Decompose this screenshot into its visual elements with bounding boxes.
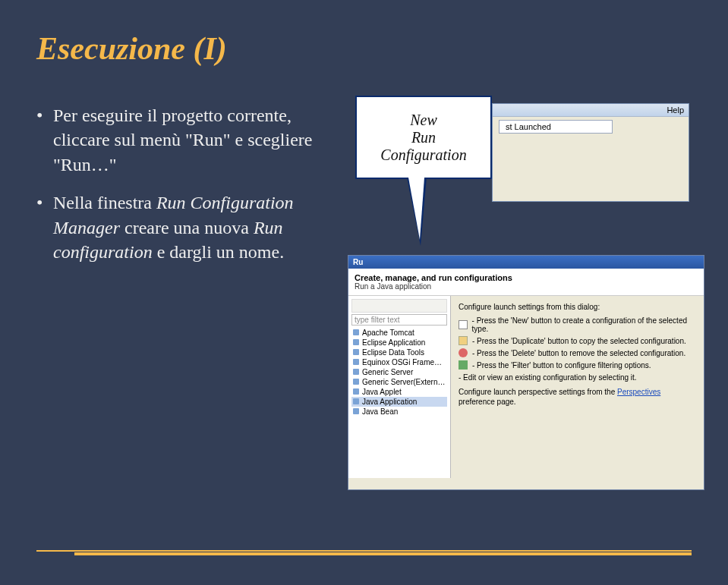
tree-item-eclipse-app[interactable]: Eclipse Application	[351, 338, 447, 348]
dialog-body: type filter text Apache Tomcat Eclipse A…	[348, 296, 704, 478]
bullet-2-pre: Nella finestra	[53, 193, 156, 212]
pane-text-delete: - Press the 'Delete' button to remove th…	[472, 349, 685, 357]
pane-persp-post: preference page.	[459, 398, 516, 406]
pane-line-delete: - Press the 'Delete' button to remove th…	[459, 348, 696, 357]
bullet-1-text: Per eseguire il progetto corrente, clicc…	[53, 105, 312, 175]
tree-toolbar[interactable]	[351, 299, 447, 313]
duplicate-icon	[459, 336, 468, 345]
content-row: Per eseguire il progetto corrente, clicc…	[36, 103, 692, 278]
tree-list: Apache Tomcat Eclipse Application Eclips…	[351, 328, 447, 417]
config-tree: type filter text Apache Tomcat Eclipse A…	[348, 296, 451, 478]
pane-persp-pre: Configure launch perspective settings fr…	[459, 388, 617, 396]
bullet-1: Per eseguire il progetto corrente, clicc…	[36, 103, 325, 177]
callout-box: New Run Configuration	[355, 96, 492, 179]
bullet-list: Per eseguire il progetto corrente, clicc…	[36, 103, 325, 264]
menubar: Help	[493, 104, 689, 117]
screenshots-column: New Run Configuration Help st Launched R…	[340, 103, 692, 278]
screenshot-menu: Help st Launched	[492, 103, 689, 202]
dialog-subheading: Run a Java application	[355, 282, 698, 291]
bottom-accent-bar	[36, 550, 692, 555]
callout-line-1: New	[410, 112, 437, 129]
perspectives-link[interactable]: Perspectives	[617, 388, 660, 396]
tree-item-data-tools[interactable]: Eclipse Data Tools	[351, 348, 447, 357]
tree-item-equinox[interactable]: Equinox OSGi Framework	[351, 357, 447, 367]
pane-text-perspectives: Configure launch perspective settings fr…	[459, 387, 696, 407]
pane-text-edit: - Edit or view an existing configuration…	[459, 373, 696, 382]
new-icon	[459, 320, 468, 329]
bullet-2-post: e dargli un nome.	[153, 242, 285, 262]
bullet-column: Per eseguire il progetto corrente, clicc…	[36, 103, 325, 278]
filter-input[interactable]: type filter text	[351, 314, 447, 326]
delete-icon	[459, 348, 468, 357]
pane-intro: Configure launch settings from this dial…	[459, 302, 696, 312]
tree-item-java-application[interactable]: Java Application	[351, 397, 447, 407]
pane-text-duplicate: - Press the 'Duplicate' button to copy t…	[472, 337, 686, 345]
tree-item-generic-server[interactable]: Generic Server	[351, 367, 447, 377]
bottom-bar-thick	[74, 552, 692, 555]
pane-line-duplicate: - Press the 'Duplicate' button to copy t…	[459, 336, 696, 345]
callout-line-3: Configuration	[380, 146, 466, 164]
callout-tail-fill	[408, 178, 424, 240]
dropdown: st Launched	[499, 120, 613, 134]
dialog-header: Create, manage, and run configurations R…	[348, 269, 704, 296]
config-pane: Configure launch settings from this dial…	[451, 296, 704, 478]
pane-text-new: - Press the 'New' button to create a con…	[472, 316, 696, 333]
slide: Esecuzione (I) Per eseguire il progetto …	[0, 0, 728, 585]
filter-icon	[459, 360, 468, 370]
screenshot-run-config: Ru Create, manage, and run configuration…	[348, 255, 704, 490]
tree-item-generic-server-ext[interactable]: Generic Server(External La	[351, 377, 447, 387]
slide-title: Esecuzione (I)	[36, 30, 692, 67]
callout-line-2: Run	[411, 129, 436, 146]
dialog-titlebar: Ru	[348, 256, 704, 269]
pane-line-filter: - Press the 'Filter' button to configure…	[459, 360, 696, 370]
tree-item-java-applet[interactable]: Java Applet	[351, 387, 447, 397]
tree-item-java-bean[interactable]: Java Bean	[351, 407, 447, 417]
tree-item-tomcat[interactable]: Apache Tomcat	[351, 328, 447, 338]
bullet-2-mid: creare una nuova	[120, 218, 254, 237]
bottom-bar-thin	[36, 550, 692, 552]
dropdown-item: st Launched	[500, 121, 612, 133]
pane-text-filter: - Press the 'Filter' button to configure…	[472, 361, 651, 370]
pane-line-new: - Press the 'New' button to create a con…	[459, 316, 696, 333]
dialog-heading: Create, manage, and run configurations	[355, 273, 698, 282]
bullet-2: Nella finestra Run Configuration Manager…	[36, 190, 325, 264]
